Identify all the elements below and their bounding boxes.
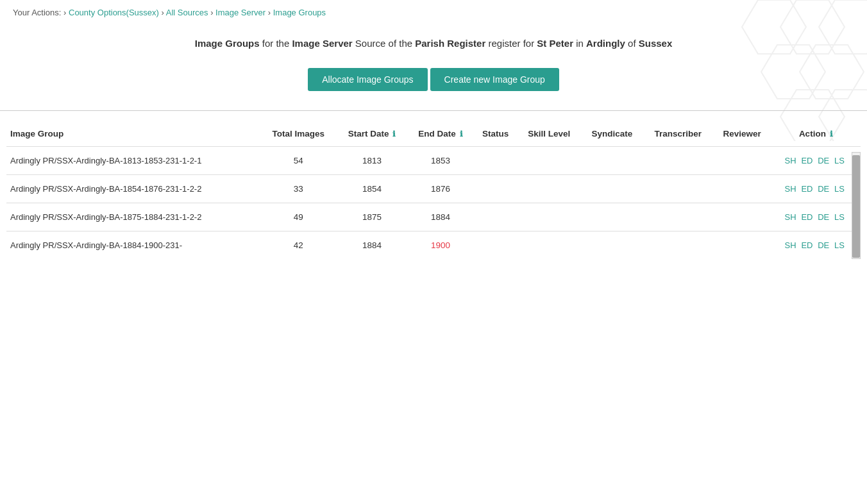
col-header-reviewer: Reviewer xyxy=(713,124,771,147)
action-info-icon[interactable]: ℹ xyxy=(830,130,833,139)
cell-total-images: 49 xyxy=(260,203,337,231)
action-link-sh[interactable]: SH xyxy=(785,212,796,222)
cell-image-group: Ardingly PR/SSX-Ardingly-BA-1854-1876-23… xyxy=(6,175,260,203)
col-header-start-date: Start Date ℹ xyxy=(337,124,407,147)
action-link-ed[interactable]: ED xyxy=(801,240,812,250)
action-link-sh[interactable]: SH xyxy=(785,184,796,194)
col-header-status: Status xyxy=(474,124,518,147)
cell-end-date: 1884 xyxy=(407,203,474,231)
cell-start-date: 1813 xyxy=(337,147,407,175)
cell-action: SH ED DE LS xyxy=(771,147,861,175)
cell-skill-level xyxy=(518,203,581,231)
scrollbar-thumb[interactable] xyxy=(852,155,860,258)
cell-syndicate xyxy=(581,231,643,260)
cell-syndicate xyxy=(581,203,643,231)
end-date-info-icon[interactable]: ℹ xyxy=(460,130,463,139)
cell-status xyxy=(474,203,518,231)
action-link-ed[interactable]: ED xyxy=(801,156,812,165)
cell-status xyxy=(474,231,518,260)
scrollbar[interactable] xyxy=(852,152,861,259)
action-link-ed[interactable]: ED xyxy=(801,212,812,222)
breadcrumb-image-server[interactable]: Image Server xyxy=(215,8,265,17)
action-link-ls[interactable]: LS xyxy=(834,240,845,250)
cell-image-group: Ardingly PR/SSX-Ardingly-BA-1884-1900-23… xyxy=(6,231,260,260)
action-link-de[interactable]: DE xyxy=(818,156,829,165)
action-link-de[interactable]: DE xyxy=(818,212,829,222)
cell-start-date: 1884 xyxy=(337,231,407,260)
col-header-action: Action ℹ xyxy=(771,124,861,147)
table-row: Ardingly PR/SSX-Ardingly-BA-1854-1876-23… xyxy=(6,175,861,203)
heading-image-groups: Image Groups xyxy=(195,38,260,49)
cell-reviewer xyxy=(713,203,771,231)
cell-image-group: Ardingly PR/SSX-Ardingly-BA-1813-1853-23… xyxy=(6,147,260,175)
cell-end-date: 1853 xyxy=(407,147,474,175)
image-groups-table-wrapper: Image Group Total Images Start Date ℹ En… xyxy=(0,124,867,259)
create-image-group-button[interactable]: Create new Image Group xyxy=(430,68,559,91)
col-header-total-images: Total Images xyxy=(260,124,337,147)
cell-total-images: 33 xyxy=(260,175,337,203)
cell-end-date: 1876 xyxy=(407,175,474,203)
divider xyxy=(0,110,867,111)
cell-action: SH ED DE LS xyxy=(771,175,861,203)
breadcrumb-county-options[interactable]: County Options(Sussex) xyxy=(69,8,159,17)
cell-action: SH ED DE LS xyxy=(771,231,861,260)
cell-transcriber xyxy=(643,203,713,231)
image-groups-table: Image Group Total Images Start Date ℹ En… xyxy=(6,124,861,259)
cell-reviewer xyxy=(713,147,771,175)
heading-parish-register: Parish Register xyxy=(415,38,485,49)
breadcrumb-sep1: › xyxy=(63,8,66,17)
cell-skill-level xyxy=(518,231,581,260)
cell-reviewer xyxy=(713,231,771,260)
table-row: Ardingly PR/SSX-Ardingly-BA-1884-1900-23… xyxy=(6,231,861,260)
breadcrumb: Your Actions: › County Options(Sussex) ›… xyxy=(0,0,867,25)
cell-status xyxy=(474,175,518,203)
cell-transcriber xyxy=(643,231,713,260)
action-buttons: Allocate Image Groups Create new Image G… xyxy=(0,68,867,91)
heading-image-server: Image Server xyxy=(292,38,352,49)
cell-image-group: Ardingly PR/SSX-Ardingly-BA-1875-1884-23… xyxy=(6,203,260,231)
heading-st-peter: St Peter xyxy=(537,38,573,49)
cell-action: SH ED DE LS xyxy=(771,203,861,231)
cell-transcriber xyxy=(643,175,713,203)
col-header-image-group: Image Group xyxy=(6,124,260,147)
cell-reviewer xyxy=(713,175,771,203)
action-link-ls[interactable]: LS xyxy=(834,184,845,194)
action-link-de[interactable]: DE xyxy=(818,184,829,194)
cell-transcriber xyxy=(643,147,713,175)
cell-syndicate xyxy=(581,147,643,175)
cell-start-date: 1854 xyxy=(337,175,407,203)
breadcrumb-image-groups[interactable]: Image Groups xyxy=(273,8,326,17)
cell-skill-level xyxy=(518,147,581,175)
col-header-skill-level: Skill Level xyxy=(518,124,581,147)
action-link-sh[interactable]: SH xyxy=(785,156,796,165)
cell-status xyxy=(474,147,518,175)
table-row: Ardingly PR/SSX-Ardingly-BA-1875-1884-23… xyxy=(6,203,861,231)
action-link-ls[interactable]: LS xyxy=(834,156,845,165)
start-date-info-icon[interactable]: ℹ xyxy=(392,130,396,139)
col-header-syndicate: Syndicate xyxy=(581,124,643,147)
breadcrumb-all-sources[interactable]: All Sources xyxy=(166,8,208,17)
col-header-end-date: End Date ℹ xyxy=(407,124,474,147)
table-row: Ardingly PR/SSX-Ardingly-BA-1813-1853-23… xyxy=(6,147,861,175)
cell-total-images: 54 xyxy=(260,147,337,175)
cell-skill-level xyxy=(518,175,581,203)
heading-ardingly: Ardingly xyxy=(586,38,625,49)
action-link-ls[interactable]: LS xyxy=(834,212,845,222)
col-header-transcriber: Transcriber xyxy=(643,124,713,147)
cell-end-date: 1900 xyxy=(407,231,474,260)
page-heading: Image Groups for the Image Server Source… xyxy=(145,38,722,49)
cell-start-date: 1875 xyxy=(337,203,407,231)
cell-total-images: 42 xyxy=(260,231,337,260)
action-link-sh[interactable]: SH xyxy=(785,240,796,250)
breadcrumb-your-actions: Your Actions: xyxy=(13,8,61,17)
heading-sussex: Sussex xyxy=(639,38,673,49)
allocate-image-groups-button[interactable]: Allocate Image Groups xyxy=(308,68,427,91)
action-link-de[interactable]: DE xyxy=(818,240,829,250)
cell-syndicate xyxy=(581,175,643,203)
action-link-ed[interactable]: ED xyxy=(801,184,812,194)
